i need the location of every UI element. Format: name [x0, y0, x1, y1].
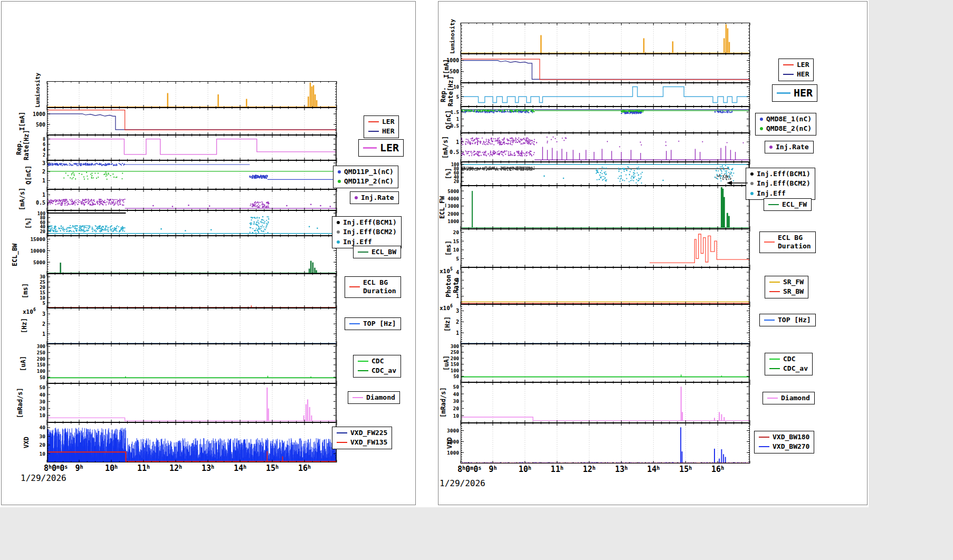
subplot-diamond: 5040302010: [429, 382, 752, 423]
svg-text:30: 30: [40, 274, 45, 279]
svg-text:10: 10: [40, 295, 45, 301]
legend-item-label: QMD8E_1(nC): [766, 115, 812, 123]
line-swatch: [767, 398, 778, 399]
legend-cdc: CDCCDC_av: [765, 353, 813, 375]
svg-text:5: 5: [456, 256, 459, 262]
svg-text:20: 20: [453, 405, 460, 411]
legend-item: Inj.Eff(BCM1): [337, 218, 397, 227]
legend-item: QMD11P_2(nC): [338, 177, 394, 186]
subplot-current: 1000500: [429, 54, 752, 83]
svg-text:150: 150: [37, 362, 45, 368]
x-tick-label: 9h: [489, 465, 497, 474]
legend-item-label: LER: [380, 141, 399, 155]
legend-item-label: LER: [797, 61, 809, 69]
svg-text:2: 2: [456, 319, 459, 325]
legend-item: TOP [Hz]: [764, 316, 811, 324]
legend-item-label: Inj.Eff: [343, 238, 372, 246]
legend-item: VXD_FW225: [337, 429, 387, 437]
legend-item-label: HER: [794, 86, 813, 100]
line-swatch: [764, 320, 775, 321]
x-tick-label: 15h: [266, 464, 279, 473]
line-swatch: [783, 74, 794, 75]
svg-text:50: 50: [453, 384, 460, 390]
legend-item-label: Inj.Eff(BCM2): [757, 179, 811, 188]
x-tick-label: 15h: [679, 465, 692, 474]
svg-text:40: 40: [40, 392, 46, 398]
legend-item: Inj.Eff: [750, 189, 811, 198]
svg-text:50: 50: [453, 374, 459, 379]
svg-text:1000: 1000: [33, 111, 45, 117]
svg-text:20: 20: [454, 179, 459, 184]
line-swatch: [358, 252, 368, 253]
line-swatch: [349, 323, 360, 324]
svg-text:1000: 1000: [447, 219, 459, 224]
legend-item-label: VXD_BW180: [773, 433, 809, 441]
subplot-inj-rate: 10.5: [15, 189, 339, 210]
legend-ecl-bg: ECL BGDuration: [345, 276, 401, 298]
svg-text:15: 15: [453, 238, 460, 244]
line-swatch: [783, 64, 794, 65]
svg-text:6: 6: [43, 142, 45, 147]
svg-text:20: 20: [453, 229, 460, 235]
subplot-inj-rate: 10.5: [429, 133, 752, 162]
legend-item-label: VXD_BW270: [773, 442, 809, 451]
right-monitor-panel: LuminosityI[mA]1000500Rep.Rate[Hz]105Q[n…: [438, 1, 868, 505]
line-swatch: [777, 92, 790, 94]
legend-item: CDC: [769, 355, 808, 363]
legend-item-label: Inj.Eff: [757, 189, 786, 198]
svg-text:0.5: 0.5: [36, 200, 45, 206]
legend-item-label: CDC: [783, 355, 795, 363]
legend-item: Inj.Eff: [337, 238, 397, 246]
legend-item: ECL BGDuration: [349, 278, 396, 296]
subplot-inj-eff: 10080604020: [429, 162, 752, 186]
legend-item-label: SR_FW: [783, 278, 804, 286]
line-swatch: [768, 204, 779, 205]
line-swatch: [368, 121, 379, 122]
x-tick-label: 11h: [551, 465, 564, 474]
x-tick-label: 10h: [519, 465, 531, 474]
legend-item: Diamond: [352, 393, 395, 402]
legend-item-label: Inj.Eff(BCM1): [757, 170, 811, 178]
svg-text:50: 50: [40, 384, 46, 390]
left-monitor-panel: LuminosityI[mA]1000500Rep.Rate[Hz]8642Q[…: [1, 1, 416, 505]
legend-item-label: Inj.Eff(BCM2): [343, 228, 397, 236]
svg-text:2000: 2000: [447, 211, 459, 217]
svg-text:1: 1: [456, 139, 459, 145]
legend-item: VXD_FW135: [337, 438, 387, 447]
legend-current: LERHER: [778, 59, 814, 81]
svg-text:250: 250: [37, 350, 45, 355]
legend-item: HER: [368, 127, 394, 136]
svg-text:10000: 10000: [30, 248, 45, 254]
legend-item: Diamond: [767, 394, 810, 402]
legend-charge: QMD8E_1(nC)QMD8E_2(nC): [755, 113, 816, 136]
legend-item-label: ECL_FW: [782, 200, 807, 209]
subplot-vxd: 40302010: [15, 422, 339, 462]
subplot-charge: 321: [15, 160, 339, 189]
marker-dot: [750, 172, 754, 176]
line-swatch: [368, 131, 379, 132]
legend-cdc: CDCCDC_av: [353, 355, 401, 378]
legend-item-label: SR_BW: [783, 287, 804, 296]
legend-item-label: ECL BGDuration: [363, 278, 396, 296]
marker-dot: [337, 221, 340, 224]
subplot-rep-rate: 105: [429, 83, 752, 107]
legend-inj-eff: Inj.Eff(BCM1)Inj.Eff(BCM2)Inj.Eff: [332, 216, 402, 248]
svg-text:25: 25: [40, 279, 45, 285]
subplot-inj-eff: 10080604020: [15, 210, 339, 236]
legend-item-label: LER: [382, 118, 394, 126]
svg-text:10: 10: [453, 84, 459, 90]
subplot-charge: 1.510.5: [429, 107, 752, 133]
svg-text:100: 100: [37, 369, 45, 374]
svg-text:4: 4: [43, 147, 45, 152]
legend-item: Inj.Eff(BCM1): [750, 170, 811, 178]
legend-item: CDC_av: [769, 364, 808, 373]
svg-text:100: 100: [451, 368, 459, 373]
svg-text:3000: 3000: [447, 428, 459, 433]
svg-text:1.5: 1.5: [451, 110, 459, 115]
subplot-ecl-bg: 30252015105: [15, 274, 339, 308]
subplot-cdc: 30025020015010050: [15, 344, 339, 383]
beam-background-monitor-page: LuminosityI[mA]1000500Rep.Rate[Hz]8642Q[…: [0, 0, 953, 560]
svg-text:1: 1: [42, 331, 45, 337]
line-swatch: [759, 446, 769, 447]
legend-top: TOP [Hz]: [345, 317, 401, 330]
